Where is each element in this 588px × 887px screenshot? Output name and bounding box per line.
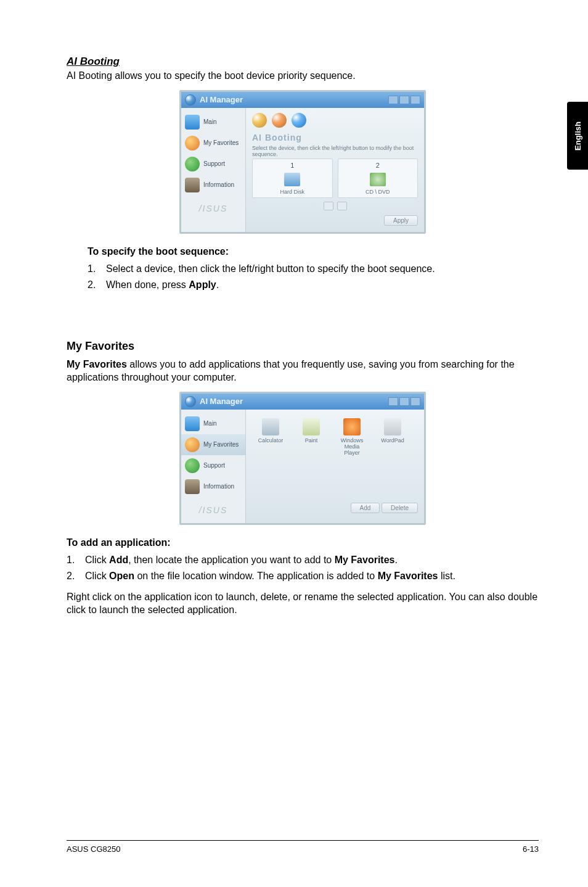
favorites-icon — [185, 437, 200, 452]
brand-logo: /ISUS — [181, 501, 245, 519]
ai-booting-heading: AI Booting — [67, 56, 539, 68]
app-orb-icon — [185, 94, 196, 105]
fav-app-wmp[interactable]: Windows Media Player — [336, 418, 368, 456]
hard-disk-icon — [284, 173, 300, 186]
footer-right: 6-13 — [523, 844, 539, 854]
aimanager-titlebar: AI Manager — [181, 92, 424, 108]
language-tab-label: English — [573, 122, 582, 151]
app-orb-icon — [185, 396, 196, 407]
paint-icon — [303, 418, 320, 435]
step-num: 1. — [67, 555, 85, 566]
fav-app-calculator[interactable]: Calculator — [255, 418, 287, 456]
fav-app-paint[interactable]: Paint — [295, 418, 327, 456]
move-right-button[interactable] — [337, 202, 347, 210]
boot-steps-heading: To specify the boot sequence: — [88, 246, 539, 257]
my-favorites-intro: My Favorites allows you to add applicati… — [67, 358, 539, 384]
fav-label: Calculator — [255, 438, 287, 444]
nav-my-favorites[interactable]: My Favorites — [181, 133, 245, 154]
delete-button[interactable]: Delete — [382, 503, 418, 513]
boot-slot-1-num: 1 — [253, 162, 332, 169]
toolbar-icon-3[interactable] — [292, 113, 306, 128]
minimize-icon[interactable] — [388, 397, 398, 406]
boot-slot-2-label: CD \ DVD — [338, 189, 418, 195]
cd-dvd-icon — [370, 173, 386, 186]
support-icon — [185, 157, 200, 171]
intro-bold: My Favorites — [67, 359, 127, 369]
nav-support[interactable]: Support — [181, 154, 245, 175]
fav-after-text: Right click on the application icon to l… — [67, 590, 539, 617]
toolbar-icon-1[interactable] — [252, 113, 267, 128]
information-icon — [185, 479, 200, 494]
window-buttons-2[interactable] — [388, 397, 420, 406]
ai-booting-intro: AI Booting allows you to specify the boo… — [67, 69, 539, 83]
step-num: 1. — [88, 263, 106, 274]
aimanager-titlebar-2: AI Manager — [181, 394, 424, 410]
fav-step-1: 1.Click Add, then locate the application… — [67, 555, 539, 566]
maximize-icon[interactable] — [399, 96, 409, 104]
nav-information-label: Information — [203, 483, 234, 490]
fav-app-wordpad[interactable]: WordPad — [377, 418, 409, 456]
add-button[interactable]: Add — [351, 503, 380, 513]
nav-favorites-label: My Favorites — [203, 139, 239, 146]
pane-title: AI Booting — [252, 133, 418, 142]
fav-label: WordPad — [377, 438, 409, 444]
page-footer: ASUS CG8250 6-13 — [67, 840, 539, 854]
fav-step-2: 2.Click Open on the file location window… — [67, 571, 539, 582]
fav-label: Windows Media Player — [336, 438, 368, 456]
brand-logo: /ISUS — [181, 199, 245, 218]
fav-steps-heading: To add an application: — [67, 537, 539, 548]
move-left-button[interactable] — [324, 202, 333, 210]
toolbar-icon-2[interactable] — [272, 113, 287, 128]
intro-rest: allows you to add applications that you … — [67, 359, 515, 383]
nav-information[interactable]: Information — [181, 476, 245, 497]
footer-left: ASUS CG8250 — [67, 844, 120, 854]
pane-subtitle: Select the device, then click the left/r… — [252, 145, 418, 157]
favorites-icon — [185, 136, 200, 151]
step-num: 2. — [88, 279, 106, 291]
step-text-post: . — [216, 279, 219, 290]
step-text: Select a device, then click the left/rig… — [106, 263, 435, 274]
wordpad-icon — [384, 418, 401, 435]
step-bold: Apply — [189, 279, 216, 290]
aimanager-title: AI Manager — [200, 95, 243, 104]
ai-booting-screenshot: AI Manager Main My Favorites Support Inf… — [67, 90, 539, 234]
nav-my-favorites[interactable]: My Favorites — [181, 434, 245, 455]
boot-slot-1-label: Hard Disk — [253, 189, 332, 195]
maximize-icon[interactable] — [399, 397, 409, 406]
boot-slot-2[interactable]: 2 CD \ DVD — [338, 159, 419, 198]
calculator-icon — [262, 418, 279, 435]
my-favorites-heading: My Favorites — [67, 340, 539, 353]
nav-information-label: Information — [203, 181, 234, 188]
close-icon[interactable] — [410, 397, 420, 406]
step-num: 2. — [67, 571, 85, 582]
nav-information[interactable]: Information — [181, 175, 245, 196]
nav-main-label: Main — [203, 420, 217, 427]
boot-slot-1[interactable]: 1 Hard Disk — [252, 159, 333, 198]
nav-support-label: Support — [203, 462, 225, 469]
boot-step-2: 2.When done, press Apply. — [88, 279, 539, 291]
close-icon[interactable] — [410, 96, 420, 104]
my-favorites-screenshot: AI Manager Main My Favorites Support Inf… — [67, 392, 539, 525]
boot-slot-2-num: 2 — [338, 162, 418, 169]
aimanager-nav-2: Main My Favorites Support Information /I… — [181, 410, 245, 523]
apply-button[interactable]: Apply — [384, 215, 418, 226]
aimanager-nav: Main My Favorites Support Information /I… — [181, 108, 245, 232]
information-icon — [185, 178, 200, 192]
minimize-icon[interactable] — [388, 96, 398, 104]
nav-support-label: Support — [203, 160, 225, 167]
language-tab: English — [567, 102, 588, 170]
nav-main[interactable]: Main — [181, 112, 245, 133]
wmp-icon — [343, 418, 361, 435]
step-text: When done, press — [106, 279, 189, 290]
main-icon — [185, 416, 200, 431]
main-icon — [185, 115, 200, 130]
nav-support[interactable]: Support — [181, 455, 245, 476]
nav-favorites-label: My Favorites — [203, 441, 239, 448]
nav-main-label: Main — [203, 118, 217, 125]
boot-step-1: 1.Select a device, then click the left/r… — [88, 263, 539, 274]
window-buttons[interactable] — [388, 96, 420, 104]
aimanager-title-2: AI Manager — [200, 397, 243, 406]
nav-main[interactable]: Main — [181, 413, 245, 434]
fav-label: Paint — [295, 438, 327, 444]
support-icon — [185, 458, 200, 473]
